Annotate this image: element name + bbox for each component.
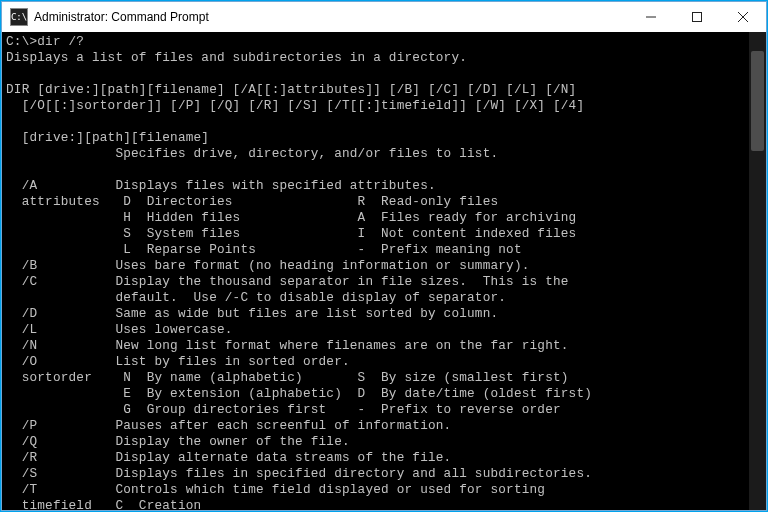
line: /P Pauses after each screenful of inform… [6,418,451,433]
app-window: C:\ Administrator: Command Prompt C:\>di… [1,1,767,511]
line: timefield C Creation [6,498,201,510]
maximize-icon [692,12,702,22]
line: [/O[[:]sortorder]] [/P] [/Q] [/R] [/S] [… [6,98,584,113]
app-icon: C:\ [10,8,28,26]
line: /N New long list format where filenames … [6,338,569,353]
command-text: dir /? [37,34,84,49]
line: default. Use /-C to disable display of s… [6,290,506,305]
line: /L Uses lowercase. [6,322,233,337]
line: /O List by files in sorted order. [6,354,350,369]
line: /T Controls which time field displayed o… [6,482,545,497]
client-area: C:\>dir /? Displays a list of files and … [2,32,766,510]
line: /Q Display the owner of the file. [6,434,350,449]
line: Specifies drive, directory, and/or files… [6,146,498,161]
line: /D Same as wide but files are list sorte… [6,306,498,321]
close-button[interactable] [720,2,766,32]
line: H Hidden files A Files ready for archivi… [6,210,576,225]
line: /C Display the thousand separator in fil… [6,274,569,289]
minimize-icon [646,12,656,22]
line: S System files I Not content indexed fil… [6,226,576,241]
scroll-up-button[interactable] [749,32,766,49]
scroll-thumb[interactable] [751,51,764,151]
line: DIR [drive:][path][filename] [/A[[:]attr… [6,82,576,97]
line: E By extension (alphabetic) D By date/ti… [6,386,592,401]
scroll-down-button[interactable] [749,493,766,510]
svg-rect-1 [693,13,702,22]
line: /R Display alternate data streams of the… [6,450,451,465]
line: sortorder N By name (alphabetic) S By si… [6,370,569,385]
line: /A Displays files with specified attribu… [6,178,436,193]
prompt: C:\> [6,34,37,49]
window-title: Administrator: Command Prompt [34,10,209,24]
maximize-button[interactable] [674,2,720,32]
line: Displays a list of files and subdirector… [6,50,467,65]
line: attributes D Directories R Read-only fil… [6,194,498,209]
title-bar[interactable]: C:\ Administrator: Command Prompt [2,2,766,32]
line: [drive:][path][filename] [6,130,209,145]
scroll-track[interactable] [749,49,766,493]
line: L Reparse Points - Prefix meaning not [6,242,522,257]
vertical-scrollbar[interactable] [749,32,766,510]
line: /S Displays files in specified directory… [6,466,592,481]
minimize-button[interactable] [628,2,674,32]
terminal-output[interactable]: C:\>dir /? Displays a list of files and … [2,32,749,510]
line: G Group directories first - Prefix to re… [6,402,561,417]
close-icon [738,12,748,22]
line: /B Uses bare format (no heading informat… [6,258,530,273]
